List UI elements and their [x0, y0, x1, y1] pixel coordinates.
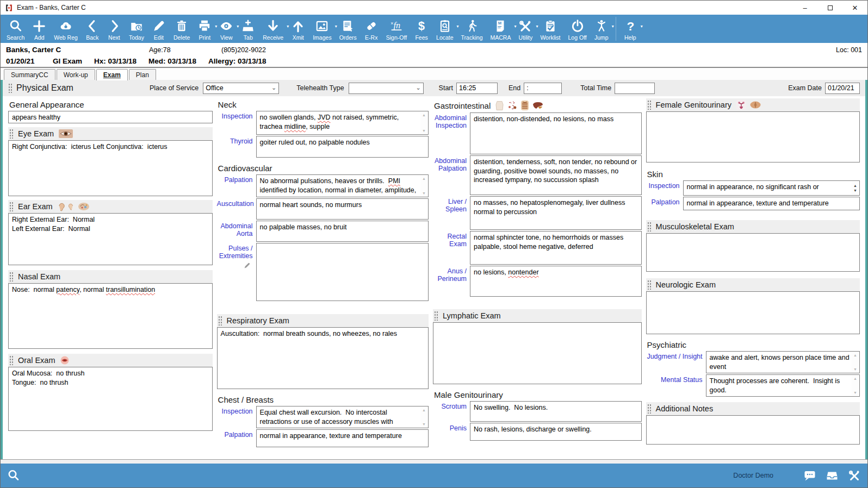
toolbar-web-reg-button[interactable]: Web Reg	[50, 15, 82, 43]
gi-anus-perineum-input[interactable]: no lesions, nontender	[470, 266, 642, 297]
tab-exam[interactable]: Exam	[96, 69, 128, 80]
gi-liver-spleen-input[interactable]: no masses, no hepatosplenomegaly, liver …	[470, 196, 642, 230]
spin-down-icon[interactable]: ▼	[853, 189, 857, 192]
toolbar-utility-button[interactable]: Utility▾	[514, 15, 536, 43]
drag-handle-icon[interactable]	[9, 355, 13, 365]
drag-handle-icon[interactable]	[647, 404, 651, 414]
end-time-input[interactable]	[524, 83, 562, 94]
gi-abdominal-palpation-input[interactable]: distention, tenderness, soft, non tender…	[470, 155, 642, 195]
scrollbar[interactable]: ▲▼	[852, 376, 859, 396]
tools-icon[interactable]	[848, 469, 861, 482]
drag-handle-icon[interactable]	[218, 316, 222, 326]
toolbar-images-button[interactable]: Images▾	[309, 15, 335, 43]
tab-workup[interactable]: Work-up	[57, 69, 95, 80]
place-of-service-select[interactable]: Office ⌄	[203, 83, 279, 94]
minimize-button[interactable]: –	[792, 1, 817, 15]
spinner[interactable]: ▲▼	[852, 182, 859, 195]
toolbar-search-button[interactable]: Search	[3, 15, 28, 43]
exam-date-input[interactable]	[825, 83, 860, 94]
psych-judgment-insight-input[interactable]: awake and alert, knows person place time…	[706, 351, 860, 373]
tab-summarycc[interactable]: SummaryCC	[4, 69, 55, 80]
oral-exam-input[interactable]: Oral Mucosa: no thrush Tongue: no thrush	[8, 367, 213, 431]
toolbar-edit-button[interactable]: Edit	[148, 15, 170, 43]
messages-icon[interactable]	[803, 469, 816, 482]
edit-pencil-icon[interactable]	[244, 262, 251, 269]
chest-palpation-input[interactable]: normal in appearance, texture and temper…	[256, 429, 429, 447]
toolbar-help-button[interactable]: ?Help▾	[619, 15, 641, 43]
toolbar-receive-button[interactable]: Receive▾	[259, 15, 287, 43]
drag-handle-icon[interactable]	[434, 311, 438, 321]
telehealth-type-select[interactable]: ⌄	[349, 83, 424, 94]
scroll-up-icon[interactable]: ▲	[422, 408, 426, 412]
drag-handle-icon[interactable]	[8, 83, 12, 93]
psych-mental-status-input[interactable]: Thought processes are coherent. Insight …	[706, 374, 860, 397]
drag-handle-icon[interactable]	[647, 100, 651, 110]
toolbar-back-button[interactable]: Back	[82, 15, 103, 43]
toolbar-tracking-button[interactable]: Tracking	[457, 15, 487, 43]
start-time-input[interactable]	[456, 83, 498, 94]
scrollbar[interactable]: ▲▼	[420, 176, 427, 196]
dropdown-caret-icon[interactable]: ▾	[641, 24, 643, 29]
scroll-up-icon[interactable]: ▲	[422, 177, 426, 180]
toolbar-today-button[interactable]: Today	[125, 15, 148, 43]
toolbar-locate-button[interactable]: Locate▾	[432, 15, 457, 43]
toolbar-orders-button[interactable]: Orders	[336, 15, 361, 43]
scroll-down-icon[interactable]: ▼	[422, 191, 426, 195]
total-time-input[interactable]	[615, 83, 655, 94]
female-genitourinary-input[interactable]	[646, 111, 860, 162]
toolbar-next-button[interactable]: Next	[103, 15, 125, 43]
respiratory-exam-input[interactable]: Auscultation: normal breath sounds, no w…	[217, 327, 429, 389]
scroll-down-icon[interactable]: ▼	[853, 391, 857, 395]
scrollbar[interactable]: ▲▼	[852, 352, 859, 372]
scroll-down-icon[interactable]: ▼	[853, 367, 857, 371]
additional-notes-input[interactable]	[646, 415, 860, 445]
scrollbar[interactable]: ▲▼	[420, 112, 427, 134]
scroll-down-icon[interactable]: ▼	[422, 129, 426, 133]
scrollbar[interactable]: ▲▼	[420, 407, 427, 427]
general-appearance-input[interactable]: appears healthy	[8, 111, 213, 123]
drag-handle-icon[interactable]	[647, 222, 651, 232]
dropdown-caret-icon[interactable]: ▾	[612, 24, 614, 29]
cv-pulses-extremities-input[interactable]	[256, 243, 429, 301]
toolbar-view-button[interactable]: View▾	[215, 15, 237, 43]
male-gu-scrotum-input[interactable]: No swelling. No lesions.	[470, 401, 642, 422]
male-gu-penis-input[interactable]: No rash, lesions, discharge or swelling.	[470, 423, 642, 441]
toolbar-fees-button[interactable]: $Fees	[411, 15, 432, 43]
toolbar-delete-button[interactable]: Delete	[170, 15, 194, 43]
ear-exam-input[interactable]: Right External Ear: Normal Left External…	[8, 213, 213, 265]
drag-handle-icon[interactable]	[9, 129, 13, 139]
drag-handle-icon[interactable]	[647, 280, 651, 290]
cv-auscultation-input[interactable]: normal heart sounds, no murmurs	[256, 198, 429, 220]
scroll-up-icon[interactable]: ▲	[422, 113, 426, 117]
toolbar-e-rx-button[interactable]: E-Rx	[361, 15, 382, 43]
drag-handle-icon[interactable]	[9, 202, 13, 211]
cv-palpation-input[interactable]: No abnormal pulsations, heaves or thrill…	[256, 174, 429, 197]
toolbar-log-off-button[interactable]: Log Off	[565, 15, 591, 43]
eye-exam-input[interactable]: Right Conjunctiva: icterus Left Conjunct…	[8, 140, 213, 196]
skin-palpation-input[interactable]: normal in appearance, texture and temper…	[683, 197, 860, 210]
cv-abdominal-aorta-input[interactable]: no palpable masses, no bruit	[256, 221, 429, 242]
lymphatic-exam-input[interactable]	[433, 322, 642, 384]
gi-rectal-exam-input[interactable]: normal sphincter tone, no hemorrhoids or…	[470, 231, 642, 265]
toolbar-print-button[interactable]: Print▾	[194, 15, 215, 43]
toolbar-sign-off-button[interactable]: fn×Sign-Off	[382, 15, 411, 43]
gi-abdominal-inspection-input[interactable]: distention, non-distended, no lesions, n…	[470, 112, 642, 154]
skin-inspection-input[interactable]: normal in appearance, no significant ras…	[683, 180, 860, 196]
tab-plan[interactable]: Plan	[129, 69, 156, 80]
scroll-down-icon[interactable]: ▼	[422, 422, 426, 426]
toolbar-xmit-button[interactable]: Xmit	[287, 15, 309, 43]
toolbar-jump-button[interactable]: Jump▾	[591, 15, 612, 43]
close-button[interactable]: ✕	[842, 1, 867, 15]
scroll-up-icon[interactable]: ▲	[853, 377, 857, 380]
spin-up-icon[interactable]: ▲	[853, 184, 857, 187]
toolbar-tab-button[interactable]: Tab	[237, 15, 259, 43]
inbox-icon[interactable]	[825, 469, 839, 482]
neck-inspection-input[interactable]: no swollen glands, JVD not raised, symme…	[256, 111, 429, 135]
toolbar-add-button[interactable]: Add	[28, 15, 50, 43]
maximize-button[interactable]	[817, 1, 842, 15]
toolbar-macra-button[interactable]: MMACRA▾	[486, 15, 514, 43]
chest-inspection-input[interactable]: Equal chest wall excursion. No intercost…	[256, 406, 429, 428]
neurologic-exam-input[interactable]	[646, 291, 860, 334]
scroll-up-icon[interactable]: ▲	[853, 353, 857, 357]
search-icon[interactable]	[7, 469, 20, 482]
